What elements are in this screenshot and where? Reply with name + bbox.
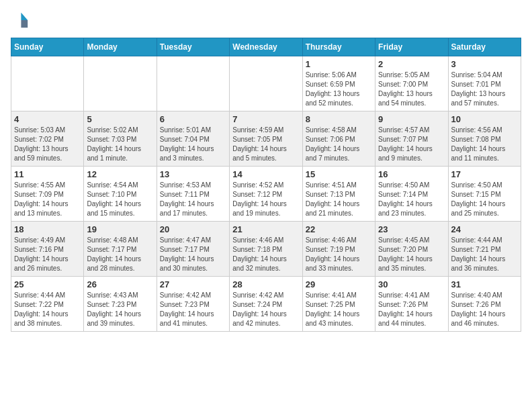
day-info: Sunrise: 5:01 AM Sunset: 7:04 PM Dayligh… — [160, 126, 226, 163]
day-number: 3 — [451, 59, 518, 69]
day-number: 7 — [232, 114, 299, 124]
day-number: 11 — [14, 169, 81, 179]
day-info: Sunrise: 4:42 AM Sunset: 7:23 PM Dayligh… — [160, 291, 226, 328]
day-info: Sunrise: 4:51 AM Sunset: 7:13 PM Dayligh… — [306, 181, 372, 218]
calendar-cell — [11, 56, 84, 111]
calendar-cell: 15Sunrise: 4:51 AM Sunset: 7:13 PM Dayli… — [302, 167, 375, 222]
day-info: Sunrise: 4:46 AM Sunset: 7:18 PM Dayligh… — [232, 236, 299, 273]
calendar-cell: 24Sunrise: 4:44 AM Sunset: 7:21 PM Dayli… — [448, 222, 521, 277]
day-info: Sunrise: 4:45 AM Sunset: 7:20 PM Dayligh… — [378, 236, 445, 273]
calendar-cell: 6Sunrise: 5:01 AM Sunset: 7:04 PM Daylig… — [157, 111, 229, 167]
day-info: Sunrise: 5:03 AM Sunset: 7:02 PM Dayligh… — [14, 126, 81, 163]
day-info: Sunrise: 4:44 AM Sunset: 7:22 PM Dayligh… — [14, 291, 81, 328]
calendar-cell: 1Sunrise: 5:06 AM Sunset: 6:59 PM Daylig… — [302, 56, 375, 111]
day-number: 18 — [14, 224, 81, 234]
day-number: 22 — [306, 224, 372, 234]
day-info: Sunrise: 4:40 AM Sunset: 7:26 PM Dayligh… — [451, 291, 518, 328]
calendar-cell: 19Sunrise: 4:48 AM Sunset: 7:17 PM Dayli… — [84, 222, 157, 277]
svg-marker-1 — [21, 20, 28, 28]
day-info: Sunrise: 5:05 AM Sunset: 7:00 PM Dayligh… — [378, 71, 445, 108]
calendar-cell: 10Sunrise: 4:56 AM Sunset: 7:08 PM Dayli… — [448, 111, 521, 167]
day-number: 30 — [378, 279, 445, 289]
day-number: 1 — [306, 59, 372, 69]
calendar-cell — [230, 56, 302, 111]
day-info: Sunrise: 4:41 AM Sunset: 7:26 PM Dayligh… — [378, 291, 445, 328]
calendar-cell: 20Sunrise: 4:47 AM Sunset: 7:17 PM Dayli… — [157, 222, 229, 277]
weekday-header-wednesday: Wednesday — [230, 38, 302, 56]
calendar-cell: 30Sunrise: 4:41 AM Sunset: 7:26 PM Dayli… — [375, 277, 448, 332]
day-number: 29 — [306, 279, 372, 289]
day-info: Sunrise: 4:49 AM Sunset: 7:16 PM Dayligh… — [14, 236, 81, 273]
calendar-cell: 13Sunrise: 4:53 AM Sunset: 7:11 PM Dayli… — [157, 167, 229, 222]
calendar-cell: 4Sunrise: 5:03 AM Sunset: 7:02 PM Daylig… — [11, 111, 84, 167]
day-info: Sunrise: 4:44 AM Sunset: 7:21 PM Dayligh… — [451, 236, 518, 273]
day-number: 20 — [160, 224, 226, 234]
day-info: Sunrise: 4:56 AM Sunset: 7:08 PM Dayligh… — [451, 126, 518, 163]
day-info: Sunrise: 4:46 AM Sunset: 7:19 PM Dayligh… — [306, 236, 372, 273]
day-info: Sunrise: 4:43 AM Sunset: 7:23 PM Dayligh… — [87, 291, 153, 328]
day-number: 4 — [14, 114, 81, 124]
day-number: 24 — [451, 224, 518, 234]
day-info: Sunrise: 4:50 AM Sunset: 7:15 PM Dayligh… — [451, 181, 518, 218]
calendar-cell: 14Sunrise: 4:52 AM Sunset: 7:12 PM Dayli… — [230, 167, 302, 222]
day-info: Sunrise: 4:52 AM Sunset: 7:12 PM Dayligh… — [232, 181, 299, 218]
calendar-cell: 29Sunrise: 4:41 AM Sunset: 7:25 PM Dayli… — [302, 277, 375, 332]
day-number: 23 — [378, 224, 445, 234]
calendar-cell: 31Sunrise: 4:40 AM Sunset: 7:26 PM Dayli… — [448, 277, 521, 332]
day-info: Sunrise: 5:04 AM Sunset: 7:01 PM Dayligh… — [451, 71, 518, 108]
day-info: Sunrise: 5:02 AM Sunset: 7:03 PM Dayligh… — [87, 126, 153, 163]
calendar-cell: 25Sunrise: 4:44 AM Sunset: 7:22 PM Dayli… — [11, 277, 84, 332]
calendar-cell: 26Sunrise: 4:43 AM Sunset: 7:23 PM Dayli… — [84, 277, 157, 332]
day-number: 31 — [451, 279, 518, 289]
calendar-cell: 21Sunrise: 4:46 AM Sunset: 7:18 PM Dayli… — [230, 222, 302, 277]
day-info: Sunrise: 4:59 AM Sunset: 7:05 PM Dayligh… — [232, 126, 299, 163]
calendar-cell: 17Sunrise: 4:50 AM Sunset: 7:15 PM Dayli… — [448, 167, 521, 222]
day-number: 16 — [378, 169, 445, 179]
day-number: 14 — [232, 169, 299, 179]
day-number: 15 — [306, 169, 372, 179]
day-info: Sunrise: 4:50 AM Sunset: 7:14 PM Dayligh… — [378, 181, 445, 218]
day-number: 6 — [160, 114, 226, 124]
day-number: 28 — [232, 279, 299, 289]
calendar-cell: 12Sunrise: 4:54 AM Sunset: 7:10 PM Dayli… — [84, 167, 157, 222]
day-info: Sunrise: 4:58 AM Sunset: 7:06 PM Dayligh… — [306, 126, 372, 163]
day-number: 27 — [160, 279, 226, 289]
calendar-cell: 22Sunrise: 4:46 AM Sunset: 7:19 PM Dayli… — [302, 222, 375, 277]
day-number: 26 — [87, 279, 153, 289]
weekday-header-saturday: Saturday — [448, 38, 521, 56]
calendar-cell: 9Sunrise: 4:57 AM Sunset: 7:07 PM Daylig… — [375, 111, 448, 167]
calendar-cell — [84, 56, 157, 111]
day-info: Sunrise: 4:57 AM Sunset: 7:07 PM Dayligh… — [378, 126, 445, 163]
calendar-cell: 7Sunrise: 4:59 AM Sunset: 7:05 PM Daylig… — [230, 111, 302, 167]
calendar-cell: 28Sunrise: 4:42 AM Sunset: 7:24 PM Dayli… — [230, 277, 302, 332]
svg-marker-0 — [21, 13, 28, 20]
calendar-cell: 27Sunrise: 4:42 AM Sunset: 7:23 PM Dayli… — [157, 277, 229, 332]
day-number: 13 — [160, 169, 226, 179]
weekday-header-tuesday: Tuesday — [157, 38, 229, 56]
day-info: Sunrise: 4:48 AM Sunset: 7:17 PM Dayligh… — [87, 236, 153, 273]
weekday-header-thursday: Thursday — [302, 38, 375, 56]
calendar-cell: 3Sunrise: 5:04 AM Sunset: 7:01 PM Daylig… — [448, 56, 521, 111]
weekday-header-sunday: Sunday — [11, 38, 84, 56]
calendar-cell: 18Sunrise: 4:49 AM Sunset: 7:16 PM Dayli… — [11, 222, 84, 277]
day-info: Sunrise: 4:55 AM Sunset: 7:09 PM Dayligh… — [14, 181, 81, 218]
day-number: 19 — [87, 224, 153, 234]
weekday-header-monday: Monday — [84, 38, 157, 56]
day-number: 12 — [87, 169, 153, 179]
calendar-cell: 2Sunrise: 5:05 AM Sunset: 7:00 PM Daylig… — [375, 56, 448, 111]
day-number: 9 — [378, 114, 445, 124]
calendar-cell: 11Sunrise: 4:55 AM Sunset: 7:09 PM Dayli… — [11, 167, 84, 222]
weekday-header-friday: Friday — [375, 38, 448, 56]
day-number: 2 — [378, 59, 445, 69]
day-info: Sunrise: 4:54 AM Sunset: 7:10 PM Dayligh… — [87, 181, 153, 218]
calendar-table: SundayMondayTuesdayWednesdayThursdayFrid… — [11, 38, 521, 332]
calendar-cell — [157, 56, 229, 111]
calendar-cell: 16Sunrise: 4:50 AM Sunset: 7:14 PM Dayli… — [375, 167, 448, 222]
logo-icon — [11, 11, 30, 30]
day-info: Sunrise: 4:42 AM Sunset: 7:24 PM Dayligh… — [232, 291, 299, 328]
page-header — [11, 11, 521, 30]
calendar-cell: 23Sunrise: 4:45 AM Sunset: 7:20 PM Dayli… — [375, 222, 448, 277]
day-number: 10 — [451, 114, 518, 124]
day-info: Sunrise: 4:53 AM Sunset: 7:11 PM Dayligh… — [160, 181, 226, 218]
day-number: 17 — [451, 169, 518, 179]
